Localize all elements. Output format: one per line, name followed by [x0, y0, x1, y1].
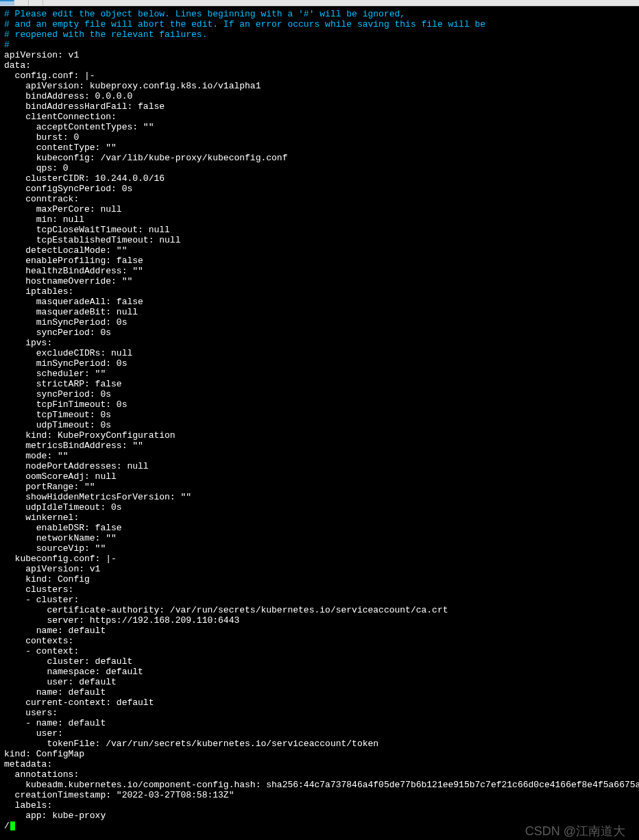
comment-line: #	[4, 40, 10, 50]
yaml-line: sourceVip: ""	[4, 543, 106, 554]
yaml-line: strictARP: false	[4, 379, 122, 389]
yaml-line: apiVersion: kubeproxy.config.k8s.io/v1al…	[4, 81, 261, 91]
yaml-line: iptables:	[4, 286, 73, 297]
comment-line: # reopened with the relevant failures.	[4, 29, 207, 40]
yaml-line: - name: default	[4, 718, 106, 728]
yaml-line: ipvs:	[4, 338, 52, 348]
yaml-line: user:	[4, 728, 63, 739]
yaml-line: kubeconfig: /var/lib/kube-proxy/kubeconf…	[4, 153, 287, 163]
yaml-line: bindAddress: 0.0.0.0	[4, 91, 132, 101]
yaml-line: name: default	[4, 626, 106, 636]
yaml-line: - context:	[4, 646, 79, 656]
yaml-line: maxPerCore: null	[4, 204, 122, 214]
yaml-line: excludeCIDRs: null	[4, 348, 132, 358]
yaml-line: name: default	[4, 687, 106, 697]
yaml-line: enableProfiling: false	[4, 256, 143, 266]
yaml-line: apiVersion: v1	[4, 564, 100, 574]
yaml-line: portRange: ""	[4, 482, 95, 492]
yaml-line: detectLocalMode: ""	[4, 245, 127, 256]
yaml-line: clusters:	[4, 584, 73, 595]
cursor-icon	[10, 822, 15, 830]
yaml-line: cluster: default	[4, 656, 132, 667]
yaml-line: contentType: ""	[4, 143, 117, 153]
yaml-line: burst: 0	[4, 132, 79, 143]
yaml-line: apiVersion: v1	[4, 50, 79, 60]
yaml-line: winkernel:	[4, 512, 79, 523]
yaml-line: nodePortAddresses: null	[4, 461, 149, 471]
yaml-line: oomScoreAdj: null	[4, 471, 117, 482]
yaml-line: minSyncPeriod: 0s	[4, 358, 127, 369]
yaml-line: current-context: default	[4, 697, 154, 708]
yaml-line: syncPeriod: 0s	[4, 328, 111, 338]
yaml-line: acceptContentTypes: ""	[4, 122, 154, 132]
yaml-line: users:	[4, 708, 58, 718]
yaml-line: showHiddenMetricsForVersion: ""	[4, 492, 191, 502]
tab-bar	[0, 0, 639, 6]
yaml-line: config.conf: |-	[4, 71, 95, 81]
yaml-line: metadata:	[4, 759, 52, 769]
yaml-line: conntrack:	[4, 194, 79, 204]
yaml-line: user: default	[4, 677, 117, 687]
vim-prompt[interactable]: /	[4, 821, 10, 831]
tab-2[interactable]	[14, 0, 29, 5]
yaml-line: mode: ""	[4, 451, 69, 461]
yaml-line: enableDSR: false	[4, 523, 122, 533]
yaml-line: tcpTimeout: 0s	[4, 410, 111, 420]
yaml-line: udpIdleTimeout: 0s	[4, 502, 122, 512]
yaml-line: kind: ConfigMap	[4, 749, 84, 759]
yaml-line: scheduler: ""	[4, 369, 106, 379]
terminal-editor[interactable]: # Please edit the object below. Lines be…	[0, 6, 639, 840]
tab-1[interactable]	[0, 0, 14, 5]
yaml-line: metricsBindAddress: ""	[4, 441, 143, 451]
yaml-line: kubeadm.kubernetes.io/component-config.h…	[4, 780, 639, 790]
yaml-line: annotations:	[4, 769, 79, 780]
yaml-line: certificate-authority: /var/run/secrets/…	[4, 605, 448, 615]
yaml-line: configSyncPeriod: 0s	[4, 184, 132, 194]
yaml-line: masqueradeAll: false	[4, 297, 143, 307]
tab-3[interactable]	[29, 0, 43, 5]
yaml-line: masqueradeBit: null	[4, 307, 138, 317]
yaml-line: labels:	[4, 800, 52, 811]
yaml-line: tokenFile: /var/run/secrets/kubernetes.i…	[4, 739, 378, 749]
yaml-line: namespace: default	[4, 667, 143, 677]
yaml-line: networkName: ""	[4, 533, 117, 543]
comment-line: # Please edit the object below. Lines be…	[4, 9, 405, 19]
yaml-line: tcpFinTimeout: 0s	[4, 399, 127, 410]
yaml-line: data:	[4, 60, 31, 71]
yaml-line: qps: 0	[4, 163, 69, 173]
comment-line: # and an empty file will abort the edit.…	[4, 19, 485, 29]
yaml-line: creationTimestamp: "2022-03-27T08:58:13Z…	[4, 790, 234, 800]
yaml-line: min: null	[4, 214, 84, 225]
yaml-line: contexts:	[4, 636, 73, 646]
yaml-line: kind: Config	[4, 574, 90, 584]
yaml-line: hostnameOverride: ""	[4, 276, 132, 286]
yaml-line: server: https://192.168.209.110:6443	[4, 615, 239, 626]
yaml-line: app: kube-proxy	[4, 811, 106, 821]
yaml-line: udpTimeout: 0s	[4, 420, 111, 430]
yaml-line: tcpEstablishedTimeout: null	[4, 235, 180, 245]
yaml-line: kubeconfig.conf: |-	[4, 554, 117, 564]
yaml-line: - cluster:	[4, 595, 79, 605]
yaml-line: healthzBindAddress: ""	[4, 266, 143, 276]
yaml-line: syncPeriod: 0s	[4, 389, 111, 399]
yaml-line: clientConnection:	[4, 112, 117, 122]
yaml-line: clusterCIDR: 10.244.0.0/16	[4, 173, 165, 184]
yaml-line: minSyncPeriod: 0s	[4, 317, 127, 328]
yaml-line: tcpCloseWaitTimeout: null	[4, 225, 170, 235]
yaml-line: bindAddressHardFail: false	[4, 101, 165, 112]
yaml-line: kind: KubeProxyConfiguration	[4, 430, 176, 441]
